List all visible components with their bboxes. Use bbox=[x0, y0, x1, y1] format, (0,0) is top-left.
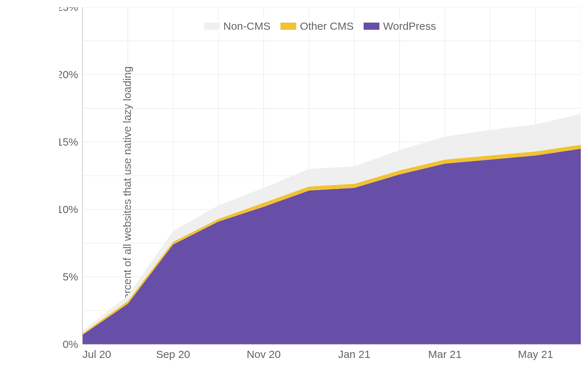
svg-text:25%: 25% bbox=[59, 7, 78, 13]
legend-item-wordpress: WordPress bbox=[364, 20, 436, 32]
legend-swatch-wordpress bbox=[364, 23, 379, 30]
legend-swatch-other-cms bbox=[280, 23, 296, 30]
chart-svg: 0%5%10%15%20%25%Jul 20Sep 20Nov 20Jan 21… bbox=[59, 7, 581, 362]
chart-container: Percent of all websites that use native … bbox=[0, 0, 588, 373]
svg-text:Jan 21: Jan 21 bbox=[338, 348, 370, 360]
plot-area: 0%5%10%15%20%25%Jul 20Sep 20Nov 20Jan 21… bbox=[59, 7, 581, 344]
legend-swatch-non-cms bbox=[204, 23, 220, 30]
svg-text:Mar 21: Mar 21 bbox=[428, 348, 461, 360]
legend-label: Non-CMS bbox=[223, 20, 271, 32]
legend-item-other-cms: Other CMS bbox=[280, 20, 354, 32]
svg-text:10%: 10% bbox=[59, 203, 78, 215]
legend-label: Other CMS bbox=[300, 20, 354, 32]
legend-item-non-cms: Non-CMS bbox=[204, 20, 271, 32]
svg-text:15%: 15% bbox=[59, 136, 78, 148]
svg-text:0%: 0% bbox=[63, 338, 78, 350]
svg-text:May 21: May 21 bbox=[518, 348, 553, 360]
svg-text:Jul 20: Jul 20 bbox=[82, 348, 111, 360]
svg-text:5%: 5% bbox=[63, 271, 78, 283]
legend: Non-CMS Other CMS WordPress bbox=[201, 19, 439, 34]
svg-text:Sep 20: Sep 20 bbox=[156, 348, 190, 360]
svg-text:Nov 20: Nov 20 bbox=[247, 348, 281, 360]
svg-text:20%: 20% bbox=[59, 69, 78, 80]
legend-label: WordPress bbox=[383, 20, 436, 32]
